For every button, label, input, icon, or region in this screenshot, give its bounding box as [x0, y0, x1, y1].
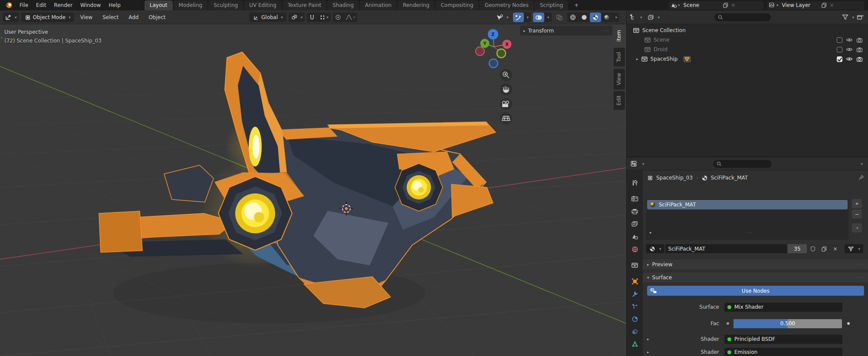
- remove-slot-button[interactable]: −: [852, 209, 862, 219]
- material-users-count[interactable]: 35: [788, 244, 807, 253]
- expand-arrow-icon[interactable]: ▸: [647, 350, 649, 354]
- transform-orientation-selector[interactable]: Global ▾: [250, 13, 286, 22]
- navigation-gizmo[interactable]: Z Y X: [476, 29, 512, 68]
- add-workspace-button[interactable]: +: [569, 0, 584, 10]
- workspace-tab-rendering[interactable]: Rendering: [398, 0, 434, 10]
- tab-tool[interactable]: [627, 176, 643, 189]
- viewport-menu-select[interactable]: Select: [99, 12, 122, 23]
- pan-hand-button[interactable]: [500, 83, 512, 95]
- shading-wireframe[interactable]: [567, 13, 579, 22]
- viewport-canvas[interactable]: Z Y X: [0, 24, 626, 356]
- workspace-tab-scripting[interactable]: Scripting: [535, 0, 568, 10]
- display-mode-chevron[interactable]: ▾: [658, 15, 660, 20]
- workspace-tab-uv-editing[interactable]: UV Editing: [244, 0, 282, 10]
- tab-object[interactable]: [627, 275, 643, 287]
- expand-arrow-icon[interactable]: ▸: [647, 337, 649, 341]
- menu-window[interactable]: Window: [76, 0, 105, 10]
- xray-toggle[interactable]: [554, 13, 565, 22]
- spaceship-object[interactable]: [99, 52, 496, 308]
- material-name-field[interactable]: SciFiPack_MAT: [665, 244, 787, 253]
- animate-decorator-dot[interactable]: [847, 322, 850, 325]
- collection-name[interactable]: Scene Collection: [642, 27, 686, 33]
- panel-grip[interactable]: ····: [857, 262, 864, 267]
- fake-user-button[interactable]: [808, 244, 818, 253]
- tab-render[interactable]: [627, 193, 643, 205]
- shading-solid[interactable]: [579, 13, 590, 22]
- viewport-menu-add[interactable]: Add: [125, 12, 142, 23]
- exclude-checkbox[interactable]: [837, 56, 842, 62]
- proportional-falloff-selector[interactable]: ▾: [343, 13, 358, 22]
- proportional-edit-toggle[interactable]: [333, 13, 343, 22]
- socket-decorator-icon[interactable]: [724, 320, 731, 327]
- tab-physics[interactable]: [627, 313, 643, 325]
- workspace-tab-layout[interactable]: Layout: [145, 0, 173, 10]
- disable-render-camera-icon[interactable]: [856, 47, 863, 52]
- slot-expand-arrow[interactable]: ▸: [650, 230, 652, 235]
- perspective-toggle-button[interactable]: [500, 112, 512, 124]
- exclude-checkbox[interactable]: [837, 37, 842, 43]
- workspace-tab-compositing[interactable]: Compositing: [435, 0, 478, 10]
- editor-type-button[interactable]: ▾: [3, 13, 19, 22]
- new-scene-button[interactable]: [722, 2, 730, 9]
- overlays-options-chevron[interactable]: ▾: [544, 13, 552, 22]
- exclude-checkbox[interactable]: [837, 47, 842, 52]
- filter-icon[interactable]: [842, 14, 848, 20]
- shader2-field[interactable]: Emission: [724, 348, 842, 356]
- tab-world[interactable]: [627, 243, 643, 255]
- collection-name[interactable]: Scene: [654, 37, 670, 43]
- hide-eye-icon[interactable]: [846, 47, 853, 52]
- properties-options-chevron[interactable]: ▾: [861, 162, 865, 166]
- panel-grip[interactable]: ····: [602, 28, 609, 33]
- copy-material-button[interactable]: [819, 244, 829, 253]
- outliner-row-spaceship[interactable]: ▸ SpaceShip: [627, 54, 868, 64]
- workspace-tab-shading[interactable]: Shading: [327, 0, 359, 10]
- breadcrumb-object[interactable]: SpaceShip_03: [656, 175, 693, 181]
- workspace-tab-geometry-nodes[interactable]: Geometry Nodes: [480, 0, 534, 10]
- sidebar-tab-item[interactable]: Item: [614, 26, 625, 46]
- disable-render-camera-icon[interactable]: [856, 56, 863, 62]
- outliner-row-scene-collection[interactable]: Scene Collection: [627, 26, 868, 35]
- menu-edit[interactable]: Edit: [32, 0, 50, 10]
- collection-name[interactable]: SpaceShip: [651, 56, 678, 62]
- fac-slider[interactable]: 0.500: [733, 319, 842, 328]
- new-view-layer-button[interactable]: [820, 2, 828, 9]
- properties-editor-icon[interactable]: [630, 160, 638, 167]
- tab-scene[interactable]: [627, 230, 643, 243]
- snap-target-selector[interactable]: ▾: [317, 13, 331, 22]
- outliner-row-droid[interactable]: Droid: [627, 45, 868, 54]
- show-overlays-toggle[interactable]: [533, 13, 544, 22]
- sidebar-transform-panel[interactable]: ▸ Transform ····: [520, 26, 612, 36]
- delete-scene-button[interactable]: ×: [730, 2, 737, 9]
- properties-editor-chevron[interactable]: ▾: [642, 162, 644, 166]
- slot-specials-button[interactable]: ▾: [852, 223, 862, 232]
- tab-modifiers[interactable]: [627, 287, 643, 300]
- gizmo-z-neg-axis[interactable]: [489, 59, 498, 68]
- gizmo-y-neg-axis[interactable]: [497, 49, 506, 58]
- tab-particles[interactable]: [627, 300, 643, 313]
- surface-panel-header[interactable]: ▾ Surface ····: [643, 272, 868, 282]
- sidebar-tab-tool[interactable]: Tool: [614, 48, 625, 66]
- sidebar-tab-edit[interactable]: Edit: [614, 91, 625, 110]
- outliner-row-scene[interactable]: Scene: [627, 35, 868, 45]
- mode-selector[interactable]: Object Mode ▾: [21, 13, 74, 22]
- preview-panel-header[interactable]: ▸ Preview ····: [643, 259, 868, 269]
- workspace-tab-sculpting[interactable]: Sculpting: [208, 0, 243, 10]
- outliner-editor-icon[interactable]: [629, 14, 637, 20]
- panel-grip[interactable]: ····: [857, 275, 864, 280]
- shader1-field[interactable]: Principled BSDF: [724, 335, 842, 344]
- camera-view-button[interactable]: [500, 98, 512, 110]
- breadcrumb-material[interactable]: SciFiPack_MAT: [711, 175, 748, 181]
- new-collection-icon[interactable]: [857, 14, 864, 20]
- shading-rendered[interactable]: [601, 13, 612, 22]
- expand-arrow-icon[interactable]: ▸: [636, 57, 638, 61]
- display-mode-icon[interactable]: [648, 14, 654, 20]
- menu-help[interactable]: Help: [105, 0, 124, 10]
- view-layer-icon[interactable]: [769, 2, 776, 8]
- toolbar-toggle-arrow[interactable]: ›: [1, 35, 3, 40]
- gizmo-options-chevron[interactable]: ▾: [524, 13, 531, 22]
- workspace-tab-modeling[interactable]: Modeling: [174, 0, 208, 10]
- menu-file[interactable]: File: [16, 0, 32, 10]
- hide-eye-icon[interactable]: [846, 37, 853, 42]
- outliner-editor-chevron[interactable]: ▾: [640, 15, 642, 20]
- collection-name[interactable]: Droid: [654, 46, 667, 52]
